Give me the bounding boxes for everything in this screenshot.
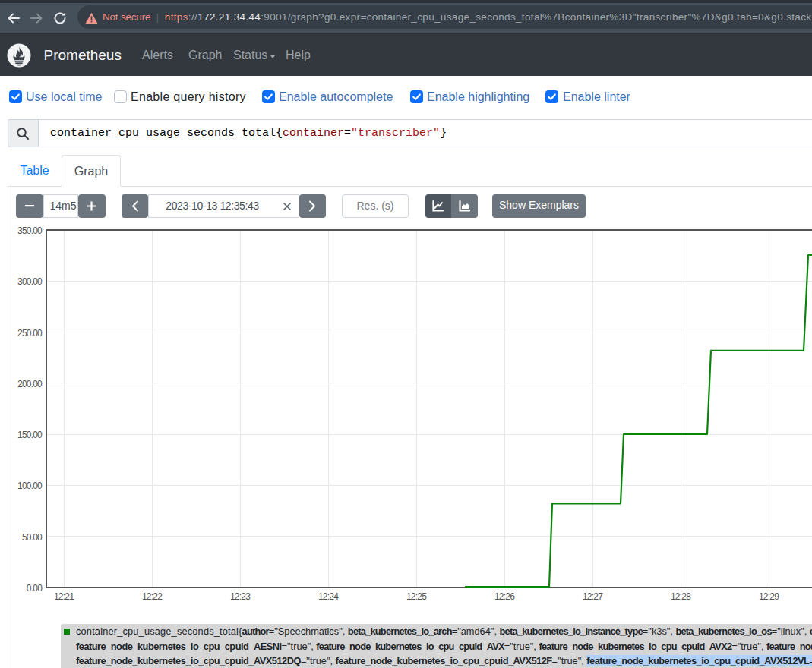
svg-text:12:28: 12:28: [671, 591, 691, 602]
svg-text:350.00: 350.00: [17, 225, 43, 236]
svg-text:12:27: 12:27: [583, 591, 603, 602]
svg-text:100.00: 100.00: [17, 481, 43, 491]
svg-text:12:21: 12:21: [54, 591, 74, 602]
svg-text:12:22: 12:22: [142, 591, 163, 602]
svg-text:12:29: 12:29: [759, 591, 779, 602]
svg-text:12:25: 12:25: [406, 591, 427, 602]
svg-text:12:24: 12:24: [318, 591, 339, 602]
svg-text:300.00: 300.00: [17, 276, 43, 287]
svg-text:0.00: 0.00: [27, 583, 43, 594]
svg-text:150.00: 150.00: [17, 430, 43, 440]
svg-text:250.00: 250.00: [17, 328, 43, 339]
svg-text:50.00: 50.00: [22, 532, 43, 543]
svg-text:200.00: 200.00: [17, 379, 43, 389]
svg-text:12:23: 12:23: [230, 591, 251, 602]
svg-text:12:26: 12:26: [494, 591, 515, 602]
